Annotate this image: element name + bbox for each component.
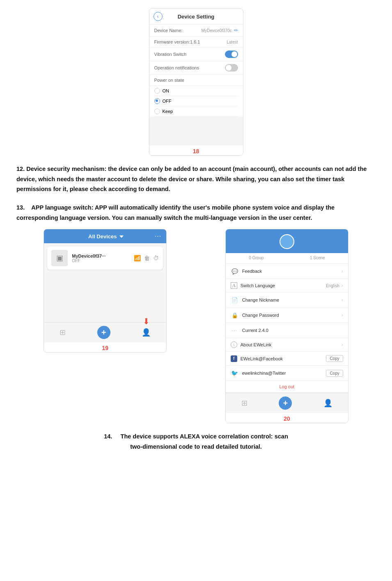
section-14: 14. The device supports ALEXA voice corr… [16, 431, 376, 452]
tab-scene[interactable]: 1 Scene [287, 253, 348, 263]
person-icon-right[interactable]: 👤 [323, 399, 332, 408]
menu-feedback[interactable]: 💬 Feedback › [226, 264, 348, 279]
menu-version-label: Current 2.4.0 [242, 328, 343, 333]
grid-icon-right[interactable]: ⊞ [241, 399, 248, 408]
menu-change-password[interactable]: 🔒 Change Password › [226, 308, 348, 323]
radio-keep-label: Keep [163, 109, 173, 114]
all-devices-phone: All Devices ··· ▣ MyDevice0f37··· OFF 📶 [44, 229, 167, 353]
language-icon: A [231, 282, 237, 289]
feedback-arrow-icon: › [342, 268, 343, 274]
section-12: 12. Device security mechanism: the devic… [16, 164, 376, 194]
power-on-label: Power on state [154, 78, 238, 83]
page-number-20: 20 [226, 413, 348, 423]
bottom-nav-left: ⊞ + ⬇ 👤 [44, 322, 166, 342]
page-container: ‹ Device Setting Device Name: MyDevice0f… [0, 0, 392, 468]
right-phone-area: 0 Group 1 Scene 💬 Feedback › A Switch La… [225, 229, 348, 423]
timer-icon[interactable]: ⏱ [153, 255, 159, 261]
all-devices-header: All Devices ··· [44, 229, 166, 243]
password-arrow-icon: › [342, 312, 343, 318]
notifications-toggle[interactable] [225, 64, 238, 71]
back-button[interactable]: ‹ [154, 12, 163, 21]
edit-icon[interactable]: ✏ [234, 28, 238, 33]
section-12-number: 12. [16, 166, 25, 172]
avatar [280, 234, 294, 249]
device-actions: 📶 🗑 ⏱ [134, 255, 159, 261]
menu-language-label: Switch Language [241, 283, 326, 288]
password-icon: 🔒 [231, 311, 239, 319]
device-name-label: Device Name: [154, 28, 202, 33]
power-on-row: Power on state [149, 75, 243, 86]
section-13-number: 13. [16, 204, 25, 211]
left-phone-area: All Devices ··· ▣ MyDevice0f37··· OFF 📶 [44, 229, 167, 353]
menu-current-version: ··· Current 2.4.0 [226, 323, 348, 338]
empty-area-left [44, 273, 166, 322]
menu-facebook-label: EWeLink@Facebook [241, 356, 326, 361]
radio-off[interactable] [154, 98, 160, 104]
dots-icon: ··· [231, 326, 239, 334]
device-card-status: OFF [72, 258, 134, 263]
copy-twitter-button[interactable]: Copy [326, 370, 343, 377]
vibration-label: Vibration Switch [154, 52, 225, 57]
about-arrow-icon: › [342, 342, 343, 348]
delete-icon[interactable]: 🗑 [144, 255, 150, 261]
section-12-text: Device security mechanism: the device ca… [16, 166, 367, 192]
user-center-top [226, 229, 348, 253]
device-name-row: Device Name: MyDevice0f370c ✏ [149, 25, 243, 37]
device-icon: ▣ [51, 250, 68, 266]
wifi-icon: 📶 [134, 255, 141, 261]
firmware-value: Latest [227, 40, 238, 44]
vibration-toggle[interactable] [225, 51, 238, 58]
page-number-19: 19 [44, 342, 166, 352]
section-13-text: APP language switch: APP will automatica… [16, 204, 335, 221]
section-14-line2: two-dimensional code to read detailed tu… [16, 442, 376, 452]
firmware-label: Firmware version:1.6.1 [154, 39, 227, 44]
log-out-button[interactable]: Log out [226, 381, 348, 393]
phone-empty-area [149, 117, 243, 145]
radio-on[interactable] [154, 88, 160, 94]
facebook-icon: f [231, 355, 237, 362]
menu-switch-language[interactable]: A Switch Language English › [226, 279, 348, 293]
device-name-value: MyDevice0f370c ✏ [202, 28, 238, 33]
menu-password-label: Change Password [242, 313, 339, 318]
language-arrow-icon: › [342, 283, 343, 288]
firmware-row: Firmware version:1.6.1 Latest [149, 37, 243, 48]
menu-about-label: About EWeLink [241, 342, 339, 347]
add-button-left[interactable]: + [97, 326, 110, 339]
menu-change-nickname[interactable]: 📄 Change Nickname › [226, 293, 348, 308]
copy-facebook-button[interactable]: Copy [326, 355, 343, 362]
menu-about-ewelink[interactable]: i About EWeLink › [226, 338, 348, 352]
device-setting-phone: ‹ Device Setting Device Name: MyDevice0f… [149, 8, 243, 156]
top-screenshot-area: ‹ Device Setting Device Name: MyDevice0f… [16, 8, 376, 156]
section-14-number: 14. [104, 433, 112, 440]
radio-keep[interactable] [154, 108, 160, 114]
radio-group: ON OFF Keep [149, 86, 243, 117]
menu-facebook: f EWeLink@Facebook Copy [226, 352, 348, 366]
radio-keep-row: Keep [154, 106, 238, 117]
menu-language-value: English [326, 284, 339, 288]
twitter-icon: 🐦 [231, 369, 239, 377]
radio-off-label: OFF [163, 99, 172, 104]
notifications-label: Operation notifications [154, 65, 225, 70]
section-13: 13. APP language switch: APP will automa… [16, 203, 376, 223]
menu-nickname-label: Change Nickname [242, 297, 339, 302]
chevron-down-icon [119, 235, 124, 238]
grid-icon-left[interactable]: ⊞ [60, 328, 66, 337]
menu-twitter-label: ewelinkchina@Twitter [242, 371, 326, 376]
page-number-18: 18 [149, 145, 243, 155]
user-center-phone: 0 Group 1 Scene 💬 Feedback › A Switch La… [225, 229, 348, 423]
person-icon-left[interactable]: 👤 [142, 328, 151, 337]
add-button-right[interactable]: + [279, 397, 292, 410]
phone-screen-title: Device Setting [166, 14, 227, 20]
bottom-nav-right: ⊞ + 👤 [226, 393, 348, 413]
menu-feedback-label: Feedback [242, 269, 339, 274]
vibration-row: Vibration Switch [149, 48, 243, 61]
arrow-down-red-icon: ⬇ [143, 316, 150, 326]
tab-group[interactable]: 0 Group [226, 253, 287, 263]
section-14-line1-text: The device supports ALEXA voice correlat… [121, 433, 288, 440]
radio-on-row: ON [154, 86, 238, 96]
tabs-row: 0 Group 1 Scene [226, 253, 348, 264]
radio-on-label: ON [163, 88, 170, 93]
radio-off-row: OFF [154, 96, 238, 106]
device-info: MyDevice0f37··· OFF [72, 254, 134, 263]
header-dots-button[interactable]: ··· [155, 233, 161, 240]
